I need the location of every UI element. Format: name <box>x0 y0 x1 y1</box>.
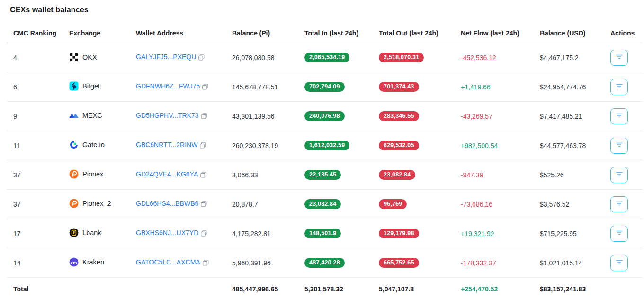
total-in-cell: 22,135.45 <box>302 160 376 190</box>
copy-icon[interactable] <box>200 142 206 150</box>
table-row: 11Gate.ioGBC6NRTT...2RINW260,230,378.191… <box>7 131 643 160</box>
filter-icon <box>616 259 623 266</box>
filter-action-button[interactable] <box>610 226 628 242</box>
cmc-ranking-value: 11 <box>7 131 66 160</box>
filter-action-button[interactable] <box>610 196 628 212</box>
balance-usd-value: $715,225.95 <box>537 219 608 248</box>
actions-cell <box>608 219 643 248</box>
cmc-ranking-value: 14 <box>7 248 66 278</box>
table-row: 6BitgetGDFNWH6Z...FWJ75145,678,778.51702… <box>7 72 643 102</box>
kraken-icon <box>69 257 79 267</box>
copy-icon[interactable] <box>202 84 208 91</box>
wallet-address-link[interactable]: GD24QVE4...KG6YA <box>136 170 198 178</box>
net-flow-value: -43,269.57 <box>458 102 537 131</box>
filter-action-button[interactable] <box>610 108 628 124</box>
wallet-address-cell: GD5HGPHV...TRK73 <box>133 102 229 131</box>
cmc-ranking-value: 17 <box>7 219 66 248</box>
total-in-badge: 148,501.9 <box>304 229 341 238</box>
wallet-address-cell: GDFNWH6Z...FWJ75 <box>133 72 229 102</box>
filter-icon <box>616 171 623 178</box>
balance-pi-value: 145,678,778.51 <box>229 72 302 102</box>
balance-usd-value: $525.26 <box>537 160 608 190</box>
balance-pi-value: 5,960,391.96 <box>229 248 302 278</box>
wallet-address-cell: GALYJFJ5...PXEQU <box>133 43 229 72</box>
column-header-total-in-last-24h: Total In (last 24h) <box>302 25 376 43</box>
balance-usd-value: $3,576.52 <box>537 190 608 219</box>
balance-usd-value: $7,417,485.21 <box>537 102 608 131</box>
wallet-address-cell: GDL66HS4...BBWB6 <box>133 190 229 219</box>
total-in-cell: 23,082.84 <box>302 190 376 219</box>
total-in-sum: 5,301,578.32 <box>302 278 376 299</box>
net-flow-value: +1,419.66 <box>458 72 537 102</box>
exchange-name: Lbank <box>82 229 101 237</box>
wallet-address-link[interactable]: GD5HGPHV...TRK73 <box>136 112 199 119</box>
exchange-cell: Lbank <box>66 219 133 248</box>
filter-icon <box>616 230 623 237</box>
wallet-address-cell: GBXHS6NJ...UX7YD <box>133 219 229 248</box>
total-out-badge: 665,752.65 <box>379 258 419 268</box>
exchange-name: Kraken <box>82 258 104 266</box>
column-header-cmc-ranking: CMC Ranking <box>7 25 66 43</box>
exchange-cell: Pionex_2 <box>66 190 133 219</box>
filter-action-button[interactable] <box>610 255 628 271</box>
actions-cell <box>608 102 643 131</box>
exchange-cell: Bitget <box>66 72 133 102</box>
filter-icon <box>616 113 623 120</box>
wallet-address-link[interactable]: GDFNWH6Z...FWJ75 <box>136 82 200 90</box>
total-out-badge: 701,374.43 <box>379 82 419 92</box>
copy-icon[interactable] <box>201 201 207 209</box>
exchange-name: OKX <box>82 53 97 61</box>
total-in-cell: 2,065,534.19 <box>302 43 376 72</box>
table-total-row: Total485,447,996.655,301,578.325,047,107… <box>7 278 643 299</box>
copy-icon[interactable] <box>203 260 209 267</box>
total-empty-cell <box>66 278 133 299</box>
filter-action-button[interactable] <box>610 79 628 95</box>
column-header-total-out-last-24h: Total Out (last 24h) <box>376 25 458 43</box>
balance-pi-value: 260,230,378.19 <box>229 131 302 160</box>
wallet-address-cell: GATOC5LC...AXCMA <box>133 248 229 278</box>
filter-action-button[interactable] <box>610 138 628 154</box>
total-in-cell: 148,501.9 <box>302 219 376 248</box>
pionex-icon <box>69 199 79 208</box>
wallet-address-link[interactable]: GALYJFJ5...PXEQU <box>136 53 196 61</box>
total-out-cell: 283,346.55 <box>376 102 458 131</box>
wallet-address-link[interactable]: GBC6NRTT...2RINW <box>136 141 197 149</box>
cmc-ranking-value: 4 <box>7 43 66 72</box>
copy-icon[interactable] <box>198 54 205 62</box>
total-out-cell: 23,082.84 <box>376 160 458 190</box>
total-empty-cell <box>608 278 643 299</box>
total-label: Total <box>7 278 66 299</box>
total-in-badge: 22,135.45 <box>304 170 341 180</box>
table-row: 14KrakenGATOC5LC...AXCMA5,960,391.96487,… <box>7 248 643 278</box>
column-header-net-flow-last-24h: Net Flow (last 24h) <box>458 25 537 43</box>
exchange-cell: Kraken <box>66 248 133 278</box>
wallet-address-link[interactable]: GDL66HS4...BBWB6 <box>136 200 198 207</box>
filter-icon <box>616 83 623 90</box>
exchange-name: MEXC <box>82 112 102 119</box>
lbank-icon <box>69 228 79 237</box>
pionex-icon <box>69 169 79 179</box>
total-out-sum: 5,047,107.8 <box>376 278 458 299</box>
copy-icon[interactable] <box>200 172 206 179</box>
total-out-cell: 96,769 <box>376 190 458 219</box>
actions-cell <box>608 190 643 219</box>
copy-icon[interactable] <box>201 230 207 238</box>
net-flow-value: +982,500.54 <box>458 131 537 160</box>
copy-icon[interactable] <box>201 113 207 121</box>
net-flow-value: -947.39 <box>458 160 537 190</box>
exchange-name: Pionex_2 <box>82 200 111 207</box>
filter-action-button[interactable] <box>610 50 628 66</box>
total-out-badge: 23,082.84 <box>379 170 415 180</box>
wallet-address-link[interactable]: GBXHS6NJ...UX7YD <box>136 229 198 237</box>
exchange-name: Gate.io <box>82 141 105 149</box>
total-out-cell: 701,374.43 <box>376 72 458 102</box>
okx-icon <box>69 53 79 62</box>
total-in-badge: 2,065,534.19 <box>304 53 349 62</box>
net-flow-value: -452,536.12 <box>458 43 537 72</box>
wallet-address-link[interactable]: GATOC5LC...AXCMA <box>136 258 200 266</box>
total-out-badge: 2,518,070.31 <box>379 53 424 62</box>
balance-pi-value: 26,078,080.58 <box>229 43 302 72</box>
net-flow-value: -73,686.16 <box>458 190 537 219</box>
filter-action-button[interactable] <box>610 167 628 183</box>
balance-pi-value: 43,301,139.56 <box>229 102 302 131</box>
